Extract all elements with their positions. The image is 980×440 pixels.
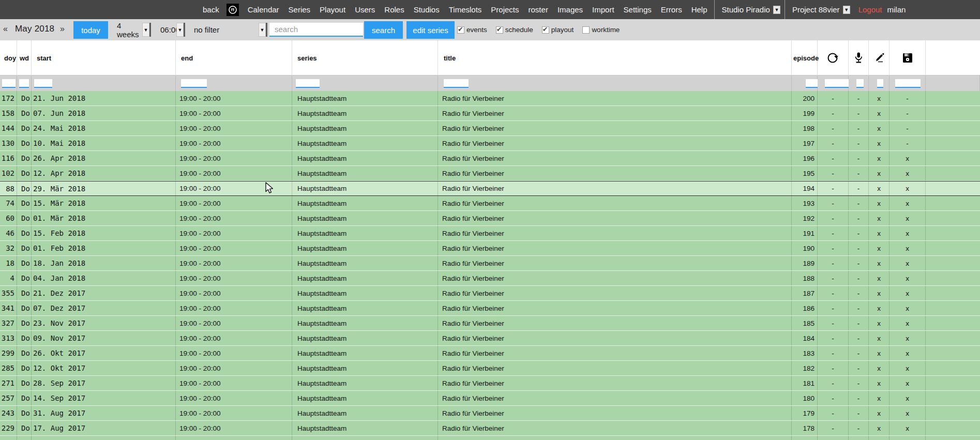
filter-input-start[interactable]	[34, 79, 52, 88]
time-select-value: 06:00	[154, 23, 176, 37]
nav-back-link[interactable]: back	[198, 5, 222, 14]
filter-input-edit[interactable]	[877, 79, 883, 88]
table-row-partial[interactable]	[0, 436, 980, 440]
search-button[interactable]: search	[364, 21, 403, 39]
checkbox-events[interactable]: events	[457, 26, 487, 34]
chevron-down-icon[interactable]: ▼	[176, 23, 184, 37]
rerun-icon[interactable]	[818, 40, 849, 75]
filter-input-episode[interactable]	[806, 79, 818, 88]
range-select[interactable]: 4 weeks ▼	[110, 23, 151, 37]
checkbox-checked-icon[interactable]	[542, 26, 549, 34]
filter-input-rerun[interactable]	[825, 79, 849, 88]
filter-input-title[interactable]	[444, 79, 469, 88]
filter-input-series[interactable]	[296, 79, 320, 88]
table-row[interactable]: 299Do,26. Okt 201719:00 - 20:00Hauptstad…	[0, 346, 980, 361]
save-floppy-icon[interactable]	[889, 40, 926, 75]
edit-series-button[interactable]: edit series	[406, 21, 455, 39]
column-header-doy[interactable]: doy	[0, 40, 17, 75]
time-select[interactable]: 06:00 ▼	[154, 23, 185, 37]
table-row[interactable]: 271Do,28. Sep 201719:00 - 20:00Hauptstad…	[0, 376, 980, 391]
prev-period-button[interactable]: «	[3, 24, 8, 34]
cell-edit-flag: x	[869, 331, 889, 345]
nav-item-import[interactable]: Import	[587, 5, 619, 14]
nav-item-images[interactable]: Images	[553, 5, 587, 14]
cell-spacer	[869, 436, 889, 440]
search-input[interactable]	[269, 23, 363, 37]
checkbox-schedule[interactable]: schedule	[496, 26, 533, 34]
filter-input-save[interactable]	[895, 79, 921, 88]
nav-item-series[interactable]: Series	[284, 5, 315, 14]
cell-microphone-flag: -	[849, 391, 869, 405]
checkbox-unchecked-icon[interactable]	[582, 26, 590, 34]
table-row[interactable]: 158Do,07. Jun 201819:00 - 20:00Hauptstad…	[0, 106, 980, 121]
today-button[interactable]: today	[73, 21, 108, 39]
column-header-title[interactable]: title	[438, 40, 792, 75]
table-row[interactable]: 74Do,15. Mär 201819:00 - 20:00Hauptstadt…	[0, 196, 980, 211]
chevron-down-icon[interactable]: ▼	[843, 6, 850, 14]
chevron-down-icon[interactable]: ▼	[142, 23, 149, 37]
chevron-down-icon[interactable]: ▼	[773, 6, 780, 14]
table-row[interactable]: 88Do,29. Mär 201819:00 - 20:00Hauptstadt…	[0, 181, 980, 196]
studio-select[interactable]: Studio Piradio ▼	[717, 5, 782, 14]
cell-save-flag: -	[889, 91, 926, 105]
table-row[interactable]: 172Do,21. Jun 201819:00 - 20:00Hauptstad…	[0, 91, 980, 106]
cell-doy: 116	[0, 151, 17, 165]
nav-item-users[interactable]: Users	[350, 5, 380, 14]
nav-item-playout[interactable]: Playout	[315, 5, 350, 14]
table-row[interactable]: 4Do,04. Jan 201819:00 - 20:00Hauptstadtt…	[0, 271, 980, 286]
microphone-icon[interactable]	[849, 40, 869, 75]
nav-item-timeslots[interactable]: Timeslots	[444, 5, 487, 14]
nav-item-roles[interactable]: Roles	[380, 5, 409, 14]
nav-item-studios[interactable]: Studios	[409, 5, 444, 14]
cell-weekday: Do,	[17, 256, 32, 270]
table-row[interactable]: 313Do,09. Nov 201719:00 - 20:00Hauptstad…	[0, 331, 980, 346]
checkbox-worktime[interactable]: worktime	[582, 26, 620, 34]
table-row[interactable]: 102Do,12. Apr 201819:00 - 20:00Hauptstad…	[0, 166, 980, 181]
nav-item-calendar[interactable]: Calendar	[243, 5, 284, 14]
nav-item-projects[interactable]: Projects	[486, 5, 523, 14]
filter-input-doy[interactable]	[2, 79, 16, 88]
logout-link[interactable]: Logout	[858, 5, 882, 14]
table-row[interactable]: 46Do,15. Feb 201819:00 - 20:00Hauptstadt…	[0, 226, 980, 241]
chevron-down-icon[interactable]: ▼	[259, 23, 266, 37]
next-period-button[interactable]: »	[60, 24, 65, 34]
filter-input-wd[interactable]	[19, 79, 29, 88]
nav-item-help[interactable]: Help	[687, 5, 712, 14]
table-row[interactable]: 229Do,17. Aug 201719:00 - 20:00Hauptstad…	[0, 421, 980, 436]
table-row[interactable]: 327Do,23. Nov 201719:00 - 20:00Hauptstad…	[0, 316, 980, 331]
column-header-start[interactable]: start	[32, 40, 176, 75]
cell-end-time: 19:00 - 20:00	[176, 151, 292, 165]
table-row[interactable]: 60Do,01. Mär 201819:00 - 20:00Hauptstadt…	[0, 211, 980, 226]
table-row[interactable]: 257Do,14. Sep 201719:00 - 20:00Hauptstad…	[0, 391, 980, 406]
table-row[interactable]: 130Do,10. Mai 201819:00 - 20:00Hauptstad…	[0, 136, 980, 151]
checkbox-playout[interactable]: playout	[542, 26, 574, 34]
cell-start-date: 07. Jun 2018	[32, 106, 176, 120]
checkbox-checked-icon[interactable]	[457, 26, 464, 34]
project-select[interactable]: Project 88vier ▼	[787, 5, 852, 14]
table-row[interactable]: 355Do,21. Dez 201719:00 - 20:00Hauptstad…	[0, 286, 980, 301]
table-row[interactable]: 18Do,18. Jan 201819:00 - 20:00Hauptstadt…	[0, 256, 980, 271]
checkbox-checked-icon[interactable]	[496, 26, 503, 34]
column-header-episode[interactable]: episode	[792, 40, 818, 75]
cell-spacer	[926, 406, 980, 420]
table-row[interactable]: 341Do,07. Dez 201719:00 - 20:00Hauptstad…	[0, 301, 980, 316]
table-row[interactable]: 116Do,26. Apr 201819:00 - 20:00Hauptstad…	[0, 151, 980, 166]
nav-item-errors[interactable]: Errors	[656, 5, 687, 14]
table-row[interactable]: 32Do,01. Feb 201819:00 - 20:00Hauptstadt…	[0, 241, 980, 256]
filter-select[interactable]: no filter ▼	[187, 23, 267, 37]
filter-input-end[interactable]	[181, 79, 207, 88]
app-logo-icon[interactable]	[227, 4, 239, 16]
table-row[interactable]: 144Do,24. Mai 201819:00 - 20:00Hauptstad…	[0, 121, 980, 136]
table-row[interactable]: 243Do,31. Aug 201719:00 - 20:00Hauptstad…	[0, 406, 980, 421]
column-header-end[interactable]: end	[176, 40, 292, 75]
cell-save-flag: x	[889, 376, 926, 390]
nav-item-settings[interactable]: Settings	[619, 5, 656, 14]
edit-pencil-icon[interactable]	[869, 40, 889, 75]
nav-item-roster[interactable]: roster	[524, 5, 553, 14]
column-header-series[interactable]: series	[292, 40, 438, 75]
table-row[interactable]: 285Do,12. Okt 201719:00 - 20:00Hauptstad…	[0, 361, 980, 376]
filter-input-microphone[interactable]	[856, 79, 864, 88]
cell-rerun-flag: -	[818, 301, 849, 315]
column-header-wd[interactable]: wd	[17, 40, 32, 75]
cell-edit-flag: x	[869, 106, 889, 120]
